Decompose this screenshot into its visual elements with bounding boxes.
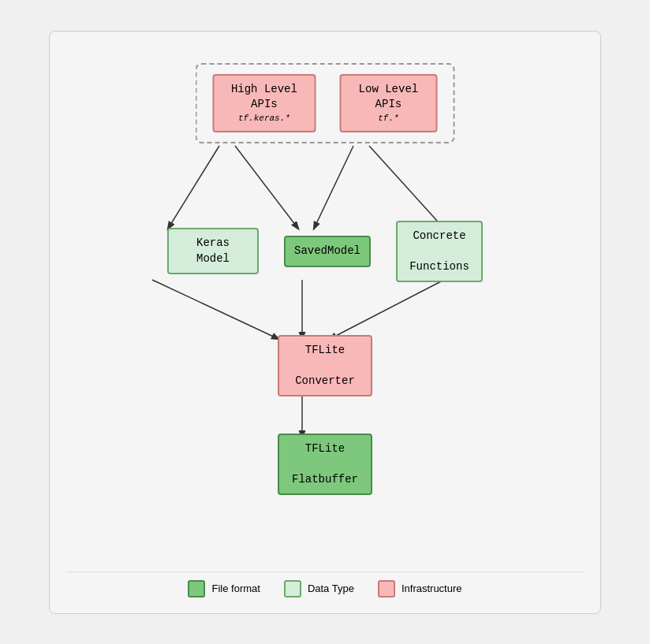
tflite-flatbuffer-line2: Flatbuffer bbox=[292, 472, 358, 488]
svg-line-6 bbox=[330, 280, 444, 339]
svg-line-4 bbox=[152, 280, 278, 339]
top-apis-group: High Level APIs tf.keras.* Low Level API… bbox=[196, 63, 455, 144]
low-level-apis-box: Low Level APIs tf.* bbox=[339, 74, 437, 133]
legend-infrastructure-label: Infrastructure bbox=[402, 583, 462, 594]
high-level-apis-label: High Level APIs bbox=[226, 82, 304, 113]
concrete-functions-line1: Concrete bbox=[413, 229, 465, 244]
svg-line-3 bbox=[369, 146, 444, 229]
legend-infrastructure-swatch bbox=[378, 580, 395, 597]
diagram-area: High Level APIs tf.keras.* Low Level API… bbox=[65, 55, 585, 564]
low-level-apis-label: Low Level APIs bbox=[352, 82, 424, 113]
keras-model-label: Keras Model bbox=[180, 236, 246, 266]
low-level-apis-sub: tf.* bbox=[378, 113, 398, 125]
tflite-converter-line1: TFLite bbox=[305, 343, 345, 359]
tflite-converter-line2: Converter bbox=[295, 374, 355, 389]
legend: File format Data Type Infrastructure bbox=[65, 571, 585, 597]
middle-row: Keras Model SavedModel Concrete Function… bbox=[167, 221, 483, 283]
legend-infrastructure: Infrastructure bbox=[378, 580, 462, 597]
concrete-functions-box: Concrete Functions bbox=[396, 221, 483, 283]
tflite-converter-row: TFLite Converter bbox=[278, 335, 372, 397]
tflite-flatbuffer-line1: TFLite bbox=[305, 441, 345, 457]
saved-model-label: SavedModel bbox=[294, 244, 360, 259]
svg-line-2 bbox=[314, 146, 353, 229]
svg-line-1 bbox=[235, 146, 298, 229]
legend-data-type-label: Data Type bbox=[308, 583, 354, 594]
svg-line-0 bbox=[168, 146, 219, 229]
legend-file-format-swatch bbox=[188, 580, 205, 597]
high-level-apis-sub: tf.keras.* bbox=[238, 113, 290, 125]
concrete-functions-line2: Functions bbox=[409, 259, 469, 275]
keras-model-box: Keras Model bbox=[167, 228, 259, 274]
high-level-apis-box: High Level APIs tf.keras.* bbox=[213, 74, 316, 133]
legend-file-format: File format bbox=[188, 580, 260, 597]
legend-data-type: Data Type bbox=[284, 580, 354, 597]
legend-file-format-label: File format bbox=[211, 583, 260, 594]
legend-data-type-swatch bbox=[284, 580, 301, 597]
tflite-flatbuffer-box: TFLite Flatbuffer bbox=[278, 434, 372, 496]
saved-model-box: SavedModel bbox=[284, 236, 371, 267]
main-container: High Level APIs tf.keras.* Low Level API… bbox=[49, 31, 601, 614]
tflite-flatbuffer-row: TFLite Flatbuffer bbox=[278, 434, 372, 496]
tflite-converter-box: TFLite Converter bbox=[278, 335, 372, 397]
